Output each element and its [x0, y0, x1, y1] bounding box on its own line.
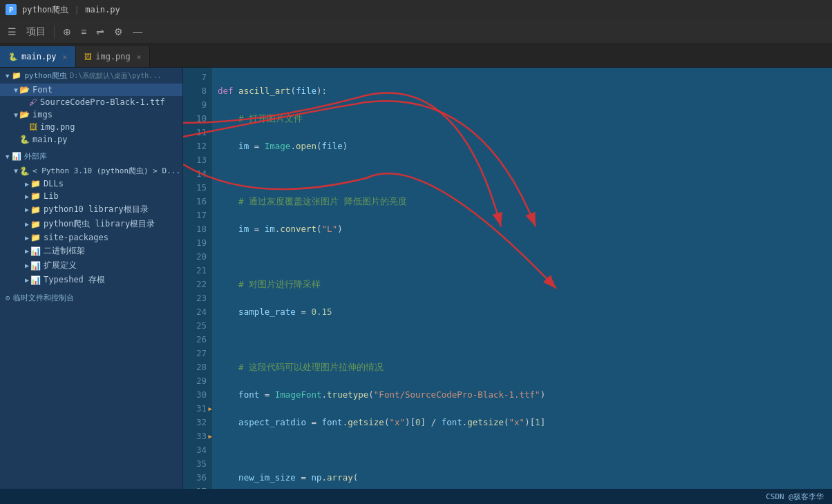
- line-31: 31: [183, 402, 212, 416]
- extlibs-icon: 📊: [12, 152, 21, 161]
- line-32: 32: [183, 416, 212, 429]
- sidebar-item-typeshed-label: Typeshed 存根: [44, 274, 105, 286]
- sidebar-item-python310[interactable]: ▼ 🐍 < Python 3.10 (python爬虫) > D...: [0, 164, 182, 177]
- editor-content: 7 8 9 10 11 12 13 14 15 16 17 18 19 20 2…: [183, 68, 832, 504]
- line-15: 15: [183, 181, 212, 195]
- code-line-9: im = Image.open(file): [218, 139, 826, 153]
- sidebar-item-sourcecode[interactable]: 🖋 SourceCodePro-Black-1.ttf: [0, 96, 182, 108]
- extlibs-collapse-icon: ▼: [6, 153, 9, 160]
- sidebar-item-pylib[interactable]: ▶ 📁 python爬虫 library根目录: [0, 217, 182, 231]
- folder-icon: 📂: [19, 85, 30, 95]
- tab-img-png[interactable]: 🖼 img.png ✕: [76, 46, 150, 67]
- code-line-19: aspect_ratdio = font.getsize("x")[0] / f…: [218, 416, 826, 429]
- collapse-btn[interactable]: —: [129, 24, 146, 39]
- code-line-13: [218, 250, 826, 264]
- file-title: main.py: [85, 5, 120, 14]
- sitepkg-icon: 📁: [30, 233, 41, 242]
- line-29: 29: [183, 374, 212, 388]
- statusbar: CSDN @极客李华: [0, 489, 832, 504]
- arrow-binfw: ▶: [25, 247, 29, 255]
- code-line-18: font = ImageFont.truetype("Font/SourceCo…: [218, 388, 826, 402]
- code-line-11: # 通过灰度覆盖这张图片 降低图片的亮度: [218, 195, 826, 209]
- img-icon: 🖼: [84, 52, 92, 61]
- ttf-icon: 🖋: [29, 97, 37, 107]
- line-10: 10: [183, 112, 212, 126]
- sidebar-item-dlls[interactable]: ▶ 📁 DLLs: [0, 177, 182, 190]
- line-20: 20: [183, 250, 212, 264]
- line-18: 18: [183, 222, 212, 236]
- sidebar-item-font[interactable]: ▼ 📂 Font: [0, 84, 182, 96]
- line-7: 7: [183, 70, 212, 84]
- arrow-dlls: ▶: [25, 180, 29, 188]
- code-line-10: [218, 167, 826, 181]
- line-9: 9: [183, 98, 212, 112]
- line-28: 28: [183, 360, 212, 374]
- line-19: 19: [183, 236, 212, 250]
- menu-btn[interactable]: ☰: [4, 24, 20, 39]
- tab-main-py[interactable]: 🐍 main.py ✕: [0, 46, 76, 67]
- sidebar-item-mainpy[interactable]: 🐍 main.py: [0, 133, 182, 146]
- imgs-folder-icon: 📂: [19, 110, 30, 119]
- arrow-py310: ▼: [14, 167, 18, 175]
- sidebar-item-imgs[interactable]: ▼ 📂 imgs: [0, 108, 182, 121]
- line-13: 13: [183, 153, 212, 167]
- sidebar-item-binfw-label: 二进制框架: [44, 245, 85, 257]
- sidebar-item-pylib-label: python爬虫 library根目录: [44, 218, 155, 230]
- settings-btn[interactable]: ⚙: [111, 24, 126, 39]
- sync-btn[interactable]: ⇌: [93, 24, 108, 39]
- sidebar-item-binfw[interactable]: ▶ 📊 二进制框架: [0, 244, 182, 258]
- code-line-14: # 对图片进行降采样: [218, 278, 826, 291]
- line-34: 34: [183, 443, 212, 457]
- code-line-20: [218, 443, 826, 457]
- sidebar-item-sitepkg[interactable]: ▶ 📁 site-packages: [0, 231, 182, 244]
- line-12: 12: [183, 139, 212, 153]
- python-icon: 🐍: [19, 166, 30, 176]
- sidebar-item-imgpng[interactable]: 🖼 img.png: [0, 121, 182, 133]
- line-17: 17: [183, 209, 212, 222]
- py-icon: 🐍: [8, 52, 18, 61]
- sidebar-item-typeshed[interactable]: ▶ 📊 Typeshed 存根: [0, 273, 182, 287]
- line-numbers: 7 8 9 10 11 12 13 14 15 16 17 18 19 20 2…: [183, 68, 212, 504]
- sidebar: ▼ 📁 python爬虫 D:\系统默认\桌面\pyth... ▼ 📂 Font…: [0, 68, 183, 504]
- code-area[interactable]: def ascill_art(file): # 打开图片文件 im = Imag…: [212, 68, 832, 504]
- sidebar-item-python310-label: < Python 3.10 (python爬虫) > D...: [32, 166, 180, 176]
- collapse-icon: ▼: [6, 72, 9, 79]
- project-icon: 📁: [12, 71, 21, 80]
- sidebar-temp-header[interactable]: ⊙ 临时文件和控制台: [0, 290, 182, 306]
- list-btn[interactable]: ≡: [77, 24, 90, 39]
- tab-main-py-label: main.py: [21, 52, 57, 61]
- toolbar: ☰ 项目 ⊕ ≡ ⇌ ⚙ —: [0, 19, 832, 44]
- editor[interactable]: 7 8 9 10 11 12 13 14 15 16 17 18 19 20 2…: [183, 68, 832, 504]
- mainpy-icon: 🐍: [19, 135, 30, 144]
- sidebar-project-label: python爬虫: [24, 70, 67, 81]
- line-24: 24: [183, 305, 212, 319]
- sidebar-item-font-label: Font: [32, 85, 53, 95]
- line-14: 14: [183, 167, 212, 181]
- lib-icon: 📁: [30, 191, 41, 201]
- sidebar-item-dlls-label: DLLs: [44, 179, 64, 188]
- arrow-icon: ▼: [14, 86, 18, 94]
- line-8: 8: [183, 84, 212, 98]
- code-line-16: [218, 333, 826, 347]
- line-11: 11: [183, 126, 212, 139]
- project-label[interactable]: 项目: [23, 23, 49, 40]
- sidebar-item-ext[interactable]: ▶ 📊 扩展定义: [0, 258, 182, 273]
- sep1: [54, 25, 55, 39]
- ext-icon: 📊: [30, 261, 41, 271]
- sidebar-item-py10lib[interactable]: ▶ 📁 python10 library根目录: [0, 202, 182, 217]
- line-26: 26: [183, 333, 212, 347]
- code-line-12: im = im.convert("L"): [218, 222, 826, 236]
- tab-bar: 🐍 main.py ✕ 🖼 img.png ✕: [0, 44, 832, 68]
- new-btn[interactable]: ⊕: [59, 24, 75, 39]
- sidebar-project-header[interactable]: ▼ 📁 python爬虫 D:\系统默认\桌面\pyth...: [0, 68, 182, 84]
- tab-img-png-close[interactable]: ✕: [137, 52, 142, 61]
- png-icon: 🖼: [29, 122, 37, 132]
- sidebar-extlibs-header[interactable]: ▼ 📊 外部库: [0, 148, 182, 164]
- arrow-sitepkg: ▶: [25, 234, 29, 242]
- sidebar-item-mainpy-label: main.py: [32, 135, 68, 144]
- tab-main-py-close[interactable]: ✕: [63, 52, 68, 61]
- arrow-pylib: ▶: [25, 220, 29, 228]
- sidebar-item-lib[interactable]: ▶ 📁 Lib: [0, 190, 182, 202]
- arrow-lib: ▶: [25, 193, 29, 200]
- line-21: 21: [183, 264, 212, 278]
